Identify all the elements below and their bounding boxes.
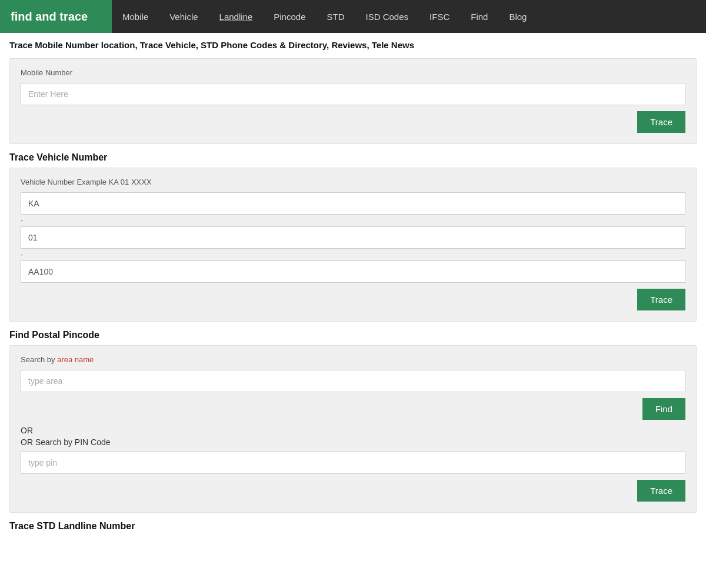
vehicle-input-2[interactable]	[21, 226, 685, 249]
or-search-pin-text: OR Search by PIN Code	[21, 437, 685, 447]
page-tagline: Trace Mobile Number location, Trace Vehi…	[9, 40, 697, 50]
nav-landline[interactable]: Landline	[209, 0, 264, 33]
brand-logo[interactable]: find and trace	[0, 0, 112, 33]
separator-1: -	[21, 216, 685, 225]
pincode-pin-input[interactable]	[21, 452, 685, 474]
mobile-section-card: Mobile Number Trace	[9, 58, 697, 144]
mobile-label: Mobile Number	[21, 68, 685, 77]
vehicle-trace-button[interactable]: Trace	[637, 289, 685, 310]
vehicle-label: Vehicle Number Example KA 01 XXXX	[21, 178, 685, 186]
vehicle-section-title: Trace Vehicle Number	[9, 152, 697, 163]
pincode-area-input[interactable]	[21, 370, 685, 392]
nav-vehicle[interactable]: Vehicle	[159, 0, 208, 33]
separator-2: -	[21, 250, 685, 259]
vehicle-input-3[interactable]	[21, 260, 685, 283]
or-text: OR	[21, 426, 685, 435]
mobile-trace-button[interactable]: Trace	[637, 111, 685, 133]
pincode-trace-button[interactable]: Trace	[637, 480, 685, 502]
vehicle-section-card: Vehicle Number Example KA 01 XXXX - - Tr…	[9, 168, 697, 322]
nav-std[interactable]: STD	[317, 0, 355, 33]
header: find and trace Mobile Vehicle Landline P…	[0, 0, 706, 33]
vehicle-input-1[interactable]	[21, 192, 685, 215]
mobile-number-input[interactable]	[21, 83, 685, 105]
main-nav: Mobile Vehicle Landline Pincode STD ISD …	[112, 0, 537, 33]
nav-blog[interactable]: Blog	[498, 0, 537, 33]
page-content: Trace Mobile Number location, Trace Vehi…	[0, 33, 706, 543]
nav-find[interactable]: Find	[460, 0, 498, 33]
bottom-section-title: Trace STD Landline Number	[9, 521, 697, 532]
pincode-area-label: Search by area name	[21, 355, 685, 364]
nav-mobile[interactable]: Mobile	[112, 0, 159, 33]
pincode-find-button[interactable]: Find	[642, 398, 685, 420]
pincode-section-title: Find Postal Pincode	[9, 330, 697, 340]
nav-isd-codes[interactable]: ISD Codes	[355, 0, 419, 33]
nav-ifsc[interactable]: IFSC	[419, 0, 460, 33]
nav-pincode[interactable]: Pincode	[263, 0, 316, 33]
pincode-section-card: Search by area name Find OR OR Search by…	[9, 345, 697, 513]
